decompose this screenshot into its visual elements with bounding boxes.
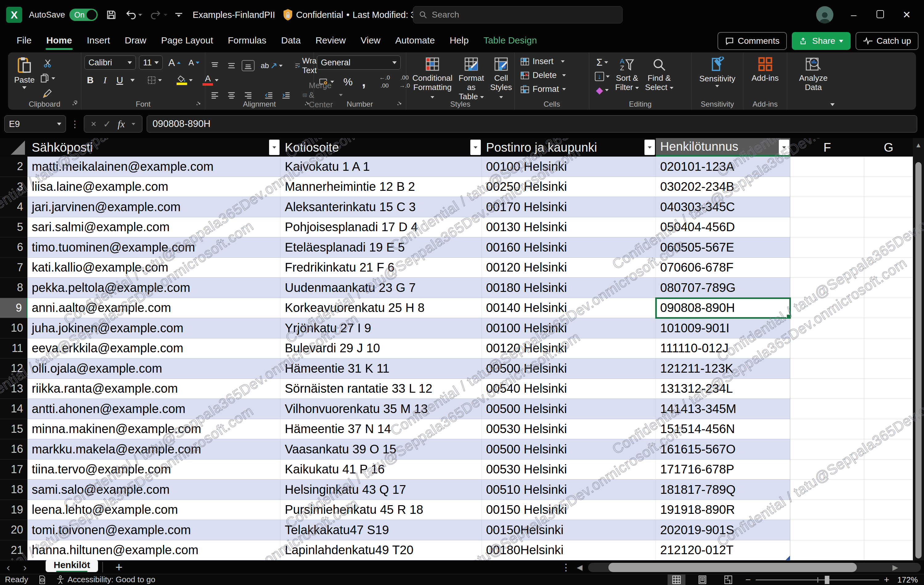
cell-postal[interactable]: 00500 Helsinki bbox=[482, 439, 656, 459]
cell-postal[interactable]: 00530 Helsinki bbox=[482, 459, 656, 480]
cell-empty[interactable] bbox=[790, 379, 864, 399]
vertical-scrollbar-thumb[interactable] bbox=[916, 162, 922, 559]
copy-icon[interactable] bbox=[38, 73, 58, 84]
cell-address[interactable]: Pohjoisesplanadi 17 D 4 bbox=[280, 217, 482, 238]
cell-id[interactable]: 181817-789Q bbox=[656, 479, 790, 500]
cell-empty[interactable] bbox=[864, 419, 913, 440]
tab-formulas[interactable]: Formulas bbox=[220, 30, 274, 53]
document-title[interactable]: Examples-FinlandPII bbox=[193, 10, 275, 20]
addins-button[interactable]: Add-ins bbox=[748, 56, 782, 84]
tab-help[interactable]: Help bbox=[442, 30, 476, 53]
cell-empty[interactable] bbox=[864, 197, 913, 217]
cell-email[interactable]: antti.ahonen@example.com bbox=[27, 399, 280, 419]
shrink-font-button[interactable]: A bbox=[186, 57, 202, 68]
cell-empty[interactable] bbox=[790, 197, 864, 217]
tab-review[interactable]: Review bbox=[308, 30, 353, 53]
number-dialog-launcher-icon[interactable] bbox=[397, 100, 403, 107]
cell-email[interactable]: jari.jarvinen@example.com bbox=[27, 197, 280, 217]
analyze-data-button[interactable]: Analyze Data bbox=[796, 56, 831, 93]
align-center-icon[interactable] bbox=[225, 91, 238, 99]
cell-empty[interactable] bbox=[790, 540, 864, 561]
cell-empty[interactable] bbox=[864, 479, 913, 500]
cell-email[interactable]: markku.makela@example.com bbox=[27, 439, 280, 459]
cell-postal[interactable]: 00500 Helsinki bbox=[482, 399, 656, 419]
row-number[interactable]: 19 bbox=[0, 500, 27, 520]
column-header-email[interactable]: Sähköposti bbox=[27, 138, 280, 157]
cell-address[interactable]: Hämeentie 37 N 14 bbox=[280, 419, 482, 440]
align-left-icon[interactable] bbox=[208, 91, 221, 99]
cell-email[interactable]: olli.ojala@example.com bbox=[27, 359, 280, 379]
align-bottom-icon[interactable] bbox=[242, 60, 254, 71]
cell-address[interactable]: Korkeavuorenkatu 25 H 8 bbox=[280, 298, 482, 318]
cell-id[interactable]: 030202-234B bbox=[656, 177, 790, 197]
page-layout-view-button[interactable] bbox=[693, 575, 711, 585]
cell-id[interactable]: 101009-901I bbox=[656, 318, 790, 339]
clear-button[interactable]: ◆ bbox=[592, 84, 612, 96]
cell-email[interactable]: riikka.ranta@example.com bbox=[27, 379, 280, 399]
cell-address[interactable]: Eteläesplanadi 19 E 5 bbox=[280, 237, 482, 258]
percent-style-button[interactable]: % bbox=[341, 75, 355, 88]
cell-postal[interactable]: 00120 Helsinki bbox=[482, 339, 656, 359]
cell-empty[interactable] bbox=[790, 318, 864, 339]
conditional-formatting-button[interactable]: Conditional Formatting bbox=[409, 56, 455, 102]
cell-address[interactable]: Telakkakatu47 S19 bbox=[280, 520, 482, 540]
cell-address[interactable]: Kaikukatu 41 P 16 bbox=[280, 459, 482, 480]
cell-empty[interactable] bbox=[790, 359, 864, 379]
autosum-button[interactable]: Σ bbox=[592, 56, 612, 69]
formula-input[interactable]: 090808-890H bbox=[147, 115, 917, 132]
tab-automate[interactable]: Automate bbox=[388, 30, 442, 53]
cell-email[interactable]: hanna.hiltunen@example.com bbox=[27, 540, 280, 561]
decrease-indent-icon[interactable] bbox=[262, 91, 276, 99]
cell-address[interactable]: Uudenmaankatu 23 G 7 bbox=[280, 278, 482, 298]
cell-postal[interactable]: 00530 Helsinki bbox=[482, 419, 656, 440]
column-header-address[interactable]: Kotiosoite bbox=[280, 138, 482, 157]
cell-empty[interactable] bbox=[864, 339, 913, 359]
column-header-postal[interactable]: Postinro ja kaupunki bbox=[482, 138, 656, 157]
cell-empty[interactable] bbox=[790, 217, 864, 238]
underline-button[interactable]: U bbox=[114, 74, 126, 86]
align-top-icon[interactable] bbox=[208, 61, 221, 70]
filter-button-address[interactable] bbox=[470, 140, 481, 155]
filter-button-email[interactable] bbox=[269, 140, 280, 155]
row-number[interactable]: 8 bbox=[0, 278, 27, 298]
row-number[interactable]: 9 bbox=[0, 298, 27, 318]
cell-styles-button[interactable]: Cell Styles bbox=[487, 56, 515, 102]
cut-icon[interactable] bbox=[38, 58, 58, 68]
zoom-in-icon[interactable]: + bbox=[884, 575, 889, 585]
cell-empty[interactable] bbox=[864, 540, 913, 561]
clipboard-dialog-launcher-icon[interactable] bbox=[72, 100, 78, 107]
tab-page-layout[interactable]: Page Layout bbox=[154, 30, 220, 53]
cell-postal[interactable]: 00180 Helsinki bbox=[482, 278, 656, 298]
cell-postal[interactable]: 00100 Helsinki bbox=[482, 157, 656, 177]
cell-email[interactable]: leena.lehto@example.com bbox=[27, 500, 280, 520]
cell-postal[interactable]: 00100 Helsinki bbox=[482, 318, 656, 339]
row-number[interactable]: 10 bbox=[0, 318, 27, 339]
cell-email[interactable]: minna.makinen@example.com bbox=[27, 419, 280, 440]
tab-draw[interactable]: Draw bbox=[117, 30, 154, 53]
cell-email[interactable]: liisa.laine@example.com bbox=[27, 177, 280, 197]
tab-view[interactable]: View bbox=[353, 30, 388, 53]
cell-id[interactable]: 161615-567O bbox=[656, 439, 790, 459]
filter-button-id[interactable] bbox=[779, 140, 789, 155]
cell-id[interactable]: 131312-234L bbox=[656, 379, 790, 399]
cell-email[interactable]: timo.tuominen@example.com bbox=[27, 237, 280, 258]
cell-empty[interactable] bbox=[864, 298, 913, 318]
sensitivity-button[interactable]: Sensitivity bbox=[696, 56, 738, 88]
row-number[interactable]: 20 bbox=[0, 520, 27, 540]
cell-email[interactable]: tiina.tervo@example.com bbox=[27, 459, 280, 480]
sheet-nav-next-icon[interactable]: › bbox=[16, 561, 33, 573]
avatar[interactable] bbox=[816, 6, 833, 23]
find-select-button[interactable]: Find & Select bbox=[642, 57, 676, 93]
cell-address[interactable]: Vilhonvuorenkatu 35 M 13 bbox=[280, 399, 482, 419]
cell-address[interactable]: Mannerheimintie 12 B 2 bbox=[280, 177, 482, 197]
comma-style-button[interactable]: , bbox=[360, 78, 368, 85]
search-input[interactable]: Search bbox=[413, 6, 622, 23]
italic-button[interactable]: I bbox=[101, 74, 109, 86]
align-middle-icon[interactable] bbox=[225, 61, 238, 70]
cell-postal[interactable]: 00510 Helsinki bbox=[482, 479, 656, 500]
undo-icon[interactable] bbox=[125, 9, 142, 20]
cell-empty[interactable] bbox=[790, 177, 864, 197]
cell-id[interactable]: 090808-890H bbox=[656, 298, 790, 318]
cell-postal[interactable]: 00120 Helsinki bbox=[482, 258, 656, 278]
row-number[interactable]: 15 bbox=[0, 419, 27, 440]
